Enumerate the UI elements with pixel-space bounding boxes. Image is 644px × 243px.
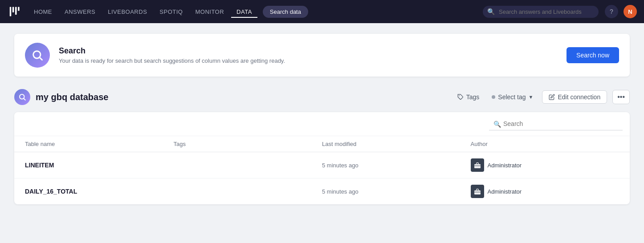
table-search-input[interactable]	[489, 117, 623, 130]
col-tags: Tags	[174, 141, 322, 147]
search-banner: Search Your data is ready for search but…	[14, 34, 630, 77]
select-tag-button[interactable]: Select tag ▼	[488, 92, 537, 102]
author-name-0: Administrator	[488, 162, 522, 169]
edit-connection-button[interactable]: Edit connection	[542, 90, 607, 104]
search-banner-text: Search Your data is ready for search but…	[59, 46, 285, 64]
svg-rect-1	[12, 7, 14, 12]
data-table-container: 🔍 Table name Tags Last modified Author L…	[14, 112, 630, 204]
svg-rect-2	[15, 7, 17, 15]
row-time-0: 5 minutes ago	[322, 162, 471, 169]
col-table-name: Table name	[25, 141, 174, 147]
search-now-button[interactable]: Search now	[567, 47, 619, 63]
nav-spotiq[interactable]: SPOTIQ	[154, 6, 188, 18]
main-content: Search Your data is ready for search but…	[0, 23, 644, 215]
global-search-input[interactable]	[483, 6, 599, 18]
database-header: my gbq database Tags Select tag ▼	[14, 89, 630, 105]
database-name: my gbq database	[36, 92, 108, 102]
tags-button[interactable]: Tags	[454, 92, 483, 102]
row-name-0: LINEITEM	[25, 162, 174, 169]
svg-rect-0	[10, 7, 12, 16]
pencil-icon	[549, 94, 555, 100]
tags-button-label: Tags	[466, 93, 480, 101]
edit-connection-label: Edit connection	[558, 93, 600, 101]
database-icon	[14, 89, 30, 105]
navbar: HOME ANSWERS LIVEBOARDS SPOTIQ MONITOR D…	[0, 0, 644, 23]
svg-rect-9	[474, 164, 481, 168]
author-icon-1	[471, 185, 484, 198]
more-options-button[interactable]: •••	[612, 90, 630, 104]
global-search-icon: 🔍	[487, 8, 495, 15]
svg-point-8	[459, 95, 460, 96]
nav-data[interactable]: DATA	[231, 6, 257, 18]
row-time-1: 5 minutes ago	[322, 188, 471, 195]
row-author-1: Administrator	[471, 185, 620, 198]
table-search-wrap: 🔍	[489, 117, 623, 130]
author-icon-0	[471, 158, 484, 172]
table-row[interactable]: DAILY_16_TOTAL 5 minutes ago Administrat…	[14, 178, 630, 204]
col-author: Author	[471, 141, 620, 147]
nav-answers[interactable]: ANSWERS	[59, 6, 101, 18]
svg-line-5	[40, 57, 42, 60]
select-tag-dot	[492, 95, 495, 99]
global-search-wrap: 🔍	[483, 6, 599, 18]
nav-monitor[interactable]: MONITOR	[190, 6, 229, 18]
help-button[interactable]: ?	[605, 5, 618, 18]
search-data-button[interactable]: Search data	[263, 6, 308, 18]
search-banner-title: Search	[59, 46, 285, 56]
author-name-1: Administrator	[488, 188, 522, 195]
table-header: Table name Tags Last modified Author	[14, 136, 630, 152]
logo[interactable]	[7, 4, 23, 20]
row-author-0: Administrator	[471, 158, 620, 172]
search-banner-icon	[25, 43, 50, 68]
table-search-row: 🔍	[14, 112, 630, 136]
nav-liveboards[interactable]: LIVEBOARDS	[102, 6, 152, 18]
table-row[interactable]: LINEITEM 5 minutes ago Administrator	[14, 152, 630, 178]
chevron-down-icon: ▼	[529, 94, 534, 100]
table-search-icon: 🔍	[493, 121, 501, 128]
avatar[interactable]: N	[624, 5, 637, 18]
svg-line-7	[24, 98, 25, 100]
database-actions: Tags Select tag ▼ Edit connection •••	[454, 90, 630, 104]
row-name-1: DAILY_16_TOTAL	[25, 188, 174, 195]
svg-rect-11	[474, 190, 481, 194]
svg-rect-3	[18, 7, 20, 11]
select-tag-label: Select tag	[498, 93, 526, 101]
search-banner-description: Your data is ready for search but search…	[59, 57, 285, 64]
col-last-modified: Last modified	[322, 141, 471, 147]
tag-icon	[457, 94, 464, 100]
nav-home[interactable]: HOME	[29, 6, 57, 18]
